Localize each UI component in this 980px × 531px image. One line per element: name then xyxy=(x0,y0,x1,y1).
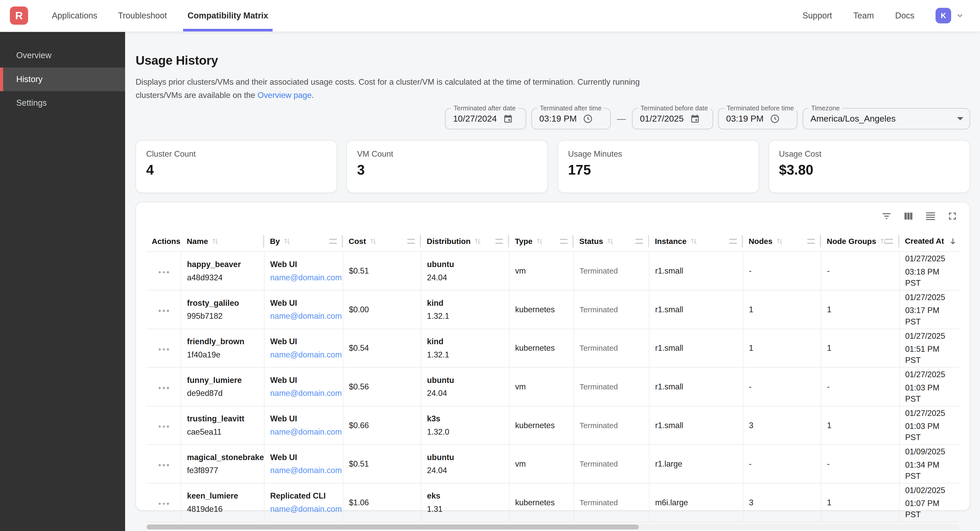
column-header-instance[interactable]: Instance xyxy=(649,231,743,252)
column-menu-icon[interactable] xyxy=(495,239,503,244)
density-icon[interactable] xyxy=(924,210,937,222)
cell-distribution: ubuntu24.04 xyxy=(421,252,509,290)
column-menu-icon[interactable] xyxy=(886,239,893,244)
row-actions-button[interactable] xyxy=(156,423,172,430)
sidebar-item-overview[interactable]: Overview xyxy=(0,44,125,67)
horizontal-scrollbar[interactable] xyxy=(146,525,959,529)
table-header-row: ActionsNameByCostDistributionTypeStatusI… xyxy=(146,231,959,252)
terminated-after-date-field[interactable]: Terminated after date 10/27/2024 xyxy=(445,108,526,129)
field-value[interactable]: 01/27/2025 xyxy=(640,114,684,124)
sidebar-item-settings[interactable]: Settings xyxy=(0,91,125,115)
tab-applications[interactable]: Applications xyxy=(52,0,97,32)
stat-value: $3.80 xyxy=(779,162,959,178)
caret-down-icon[interactable] xyxy=(957,117,963,120)
clock-icon[interactable] xyxy=(770,114,780,124)
cell-node_groups: 1 xyxy=(821,290,899,329)
terminated-after-time-field[interactable]: Terminated after time 03:19 PM xyxy=(531,108,611,129)
cell-cost: $0.51 xyxy=(343,444,421,483)
field-value[interactable]: 10/27/2024 xyxy=(453,114,497,124)
account-menu[interactable]: K xyxy=(935,8,964,24)
cell-cost: $0.00 xyxy=(343,290,421,329)
tab-compatibility-matrix[interactable]: Compatibility Matrix xyxy=(188,0,268,32)
calendar-icon[interactable] xyxy=(690,114,700,124)
columns-icon[interactable] xyxy=(902,210,915,222)
sort-icon xyxy=(369,237,377,245)
sort-icon xyxy=(690,237,698,245)
cell-name: magical_stonebrakerfe3f8977 xyxy=(181,444,264,483)
cell-instance: r1.small xyxy=(649,329,743,368)
cell-by: Web UIname@domain.com xyxy=(264,290,343,329)
cell-name: keen_lumiere4819de16 xyxy=(181,483,264,522)
column-menu-icon[interactable] xyxy=(329,239,337,244)
email-link[interactable]: name@domain.com xyxy=(270,350,342,359)
cell-node_groups: 1 xyxy=(821,329,899,368)
stat-cards: Cluster Count 4 VM Count 3 Usage Minutes… xyxy=(135,140,970,193)
column-header-nodes[interactable]: Nodes xyxy=(743,231,821,252)
calendar-icon[interactable] xyxy=(503,114,513,124)
table-row: trusting_leavittcae5ea11Web UIname@domai… xyxy=(146,406,959,445)
cell-nodes: - xyxy=(743,444,821,483)
cell-nodes: - xyxy=(743,252,821,290)
column-header-created_at[interactable]: Created At xyxy=(899,231,960,252)
column-label: By xyxy=(270,237,280,246)
cell-type: kubernetes xyxy=(509,290,574,329)
cell-status: Terminated xyxy=(574,290,649,329)
replicated-logo[interactable]: R xyxy=(10,6,28,25)
column-header-type[interactable]: Type xyxy=(509,231,574,252)
tab-troubleshoot[interactable]: Troubleshoot xyxy=(118,0,167,32)
field-label: Timezone xyxy=(808,105,842,112)
column-header-name[interactable]: Name xyxy=(181,231,264,252)
column-menu-icon[interactable] xyxy=(635,239,643,244)
cell-status: Terminated xyxy=(574,367,649,406)
email-link[interactable]: name@domain.com xyxy=(270,311,342,320)
column-header-cost[interactable]: Cost xyxy=(343,231,421,252)
terminated-before-date-field[interactable]: Terminated before date 01/27/2025 xyxy=(632,108,713,129)
sort-icon xyxy=(776,237,784,245)
email-link[interactable]: name@domain.com xyxy=(270,388,342,398)
stat-card-usage-cost: Usage Cost $3.80 xyxy=(768,140,970,193)
sort-icon xyxy=(211,237,219,245)
timezone-select[interactable]: Timezone America/Los_Angeles xyxy=(803,108,970,129)
row-actions-button[interactable] xyxy=(156,269,172,276)
clock-icon[interactable] xyxy=(583,114,593,124)
table-row: happy_beavera48d9324Web UIname@domain.co… xyxy=(146,252,959,290)
email-link[interactable]: name@domain.com xyxy=(270,427,342,436)
column-menu-icon[interactable] xyxy=(729,239,737,244)
nav-link-team[interactable]: Team xyxy=(853,11,874,21)
column-header-status[interactable]: Status xyxy=(574,231,649,252)
column-menu-icon[interactable] xyxy=(807,239,815,244)
email-link[interactable]: name@domain.com xyxy=(270,273,342,282)
field-value[interactable]: 03:19 PM xyxy=(539,114,577,124)
terminated-before-time-field[interactable]: Terminated before time 03:19 PM xyxy=(718,108,797,129)
cell-created_at: 01/27/202501:03 PM PST xyxy=(899,406,960,445)
fullscreen-icon[interactable] xyxy=(947,210,958,222)
sort-icon xyxy=(283,237,291,245)
email-link[interactable]: name@domain.com xyxy=(270,466,342,475)
filter-icon[interactable] xyxy=(881,210,892,222)
sidebar-item-history[interactable]: History xyxy=(0,68,125,91)
column-menu-icon[interactable] xyxy=(560,239,568,244)
row-actions-button[interactable] xyxy=(156,308,172,315)
row-actions-button[interactable] xyxy=(156,462,172,469)
field-value[interactable]: 03:19 PM xyxy=(726,114,764,124)
cell-type: vm xyxy=(509,367,574,406)
sort-icon xyxy=(606,237,614,245)
scrollbar-thumb[interactable] xyxy=(147,525,639,529)
column-header-node_groups[interactable]: Node Groups xyxy=(821,231,899,252)
column-menu-icon[interactable] xyxy=(407,239,415,244)
cell-status: Terminated xyxy=(574,406,649,445)
overview-page-link[interactable]: Overview page xyxy=(258,91,312,100)
cell-actions xyxy=(146,406,181,445)
row-actions-button[interactable] xyxy=(156,385,172,392)
nav-link-docs[interactable]: Docs xyxy=(895,11,915,21)
column-header-distribution[interactable]: Distribution xyxy=(421,231,509,252)
row-actions-button[interactable] xyxy=(156,346,172,353)
avatar[interactable]: K xyxy=(935,8,951,24)
cell-created_at: 01/27/202503:18 PM PST xyxy=(899,252,960,290)
nav-link-support[interactable]: Support xyxy=(802,11,832,21)
field-value[interactable]: America/Los_Angeles xyxy=(810,114,896,124)
column-header-by[interactable]: By xyxy=(264,231,343,252)
row-actions-button[interactable] xyxy=(156,500,172,507)
email-link[interactable]: name@domain.com xyxy=(270,504,342,514)
field-label: Terminated before date xyxy=(638,105,711,112)
